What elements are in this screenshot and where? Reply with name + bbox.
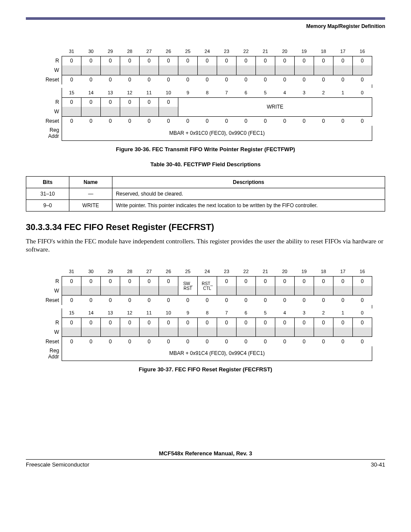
sw-rst-field: SW_RST <box>178 277 197 296</box>
row-label-regaddr: Reg Addr <box>39 126 62 140</box>
table-row: 9–0 WRITE Write pointer. This pointer in… <box>26 199 385 211</box>
page-footer: Freescale Semiconductor 30-41 <box>26 459 385 468</box>
header-accent-bar <box>26 17 385 20</box>
figure-caption-36: Figure 30-36. FEC Transmit FIFO Write Po… <box>26 146 385 152</box>
field-description-table: Bits Name Descriptions 31–10 — Reserved,… <box>26 176 385 212</box>
footer-right: 30-41 <box>371 461 385 468</box>
table-caption-40: Table 30-40. FECTFWP Field Descriptions <box>26 161 385 168</box>
header-section-title: Memory Map/Register Definition <box>26 23 385 29</box>
section-heading: 30.3.3.34 FEC FIFO Reset Register (FECFR… <box>26 222 385 232</box>
row-label-r: R <box>39 56 62 65</box>
rst-ctl-field: RST_CTL <box>197 277 217 296</box>
row-label-w: W <box>39 65 62 75</box>
reg-addr-value: MBAR + 0x91C4 (FEC0), 0x99C4 (FEC1) <box>62 346 372 361</box>
footer-left: Freescale Semiconductor <box>26 461 89 468</box>
table-row: 31–10 — Reserved, should be cleared. <box>26 188 385 199</box>
write-field: WRITE <box>178 97 372 116</box>
register-diagram-fecfrst: 31302928272625242322212019181716 R 00000… <box>39 267 372 361</box>
reg-addr-value: MBAR + 0x91C0 (FEC0), 0x99C0 (FEC1) <box>62 126 372 140</box>
figure-caption-37: Figure 30-37. FEC FIFO Reset Register (F… <box>26 366 385 373</box>
footer-doc-title: MCF548x Reference Manual, Rev. 3 <box>26 450 385 457</box>
register-diagram-fectfwp: 31302928272625242322212019181716 R 00000… <box>39 47 372 141</box>
section-body: The FIFO's within the FEC module have in… <box>26 237 385 254</box>
bit-num: 31 <box>62 47 81 56</box>
row-label-reset: Reset <box>39 75 62 84</box>
